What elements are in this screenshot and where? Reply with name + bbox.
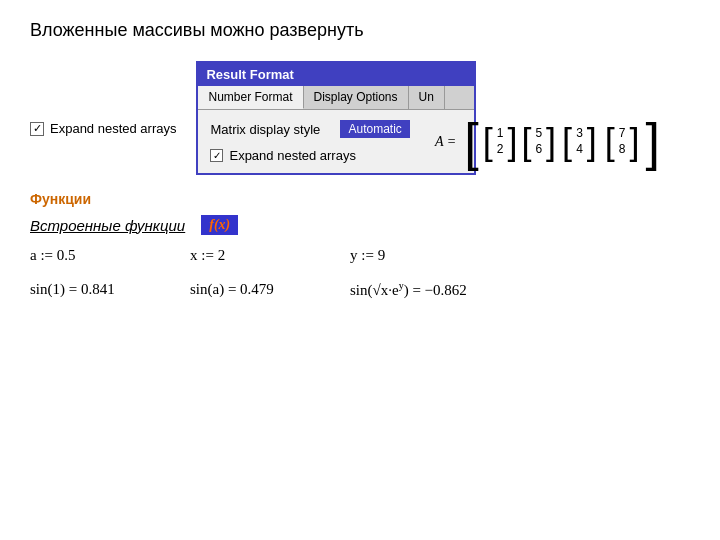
outer-bracket-right: ]: [646, 116, 660, 168]
outer-col3: [ 3 4 ]: [562, 124, 597, 160]
cell-2-1: 2: [497, 142, 504, 158]
expand-nested-checkbox-standalone[interactable]: ✓: [30, 122, 44, 136]
expr-sincomplex: sin(√x·ey) = −0.862: [350, 280, 510, 299]
expr-a: a := 0.5: [30, 247, 150, 264]
math-row-1: a := 0.5 x := 2 y := 9: [30, 247, 690, 264]
matrix-display: A = [ [ 1 2 ] [ 5 6: [435, 116, 660, 168]
inner-bracket-left-3: [: [562, 124, 572, 160]
functions-label: Функции: [30, 191, 690, 207]
inner-bracket-left-1: [: [483, 124, 493, 160]
col1-values: 1 2: [497, 126, 504, 157]
tab-un[interactable]: Un: [409, 86, 445, 109]
cell-1-1: 1: [497, 126, 504, 142]
matrix-eq-label: A =: [435, 134, 456, 150]
inner-bracket-left-4: [: [605, 124, 615, 160]
cell-3-1: 3: [576, 126, 583, 142]
page-container: Вложенные массивы можно развернуть ✓ Exp…: [0, 0, 720, 540]
expr-sin1: sin(1) = 0.841: [30, 281, 150, 298]
inner-bracket-left-2: [: [521, 124, 531, 160]
cell-2-2: 6: [535, 142, 542, 158]
expand-nested-standalone-label: Expand nested arrays: [50, 121, 176, 136]
outer-col4: [ 7 8 ]: [605, 124, 640, 160]
page-title: Вложенные массивы можно развернуть: [30, 20, 690, 41]
col2-values: 5 6: [535, 126, 542, 157]
expand-nested-dialog-row: ✓ Expand nested arrays: [210, 148, 462, 163]
matrix-display-dropdown[interactable]: Automatic: [340, 120, 409, 138]
expr-y: y := 9: [350, 247, 470, 264]
expand-nested-dialog-checkbox[interactable]: ✓: [210, 149, 223, 162]
nested-col2: [ 5 6 ]: [521, 124, 556, 160]
col4-values: 7 8: [619, 126, 626, 157]
inner-bracket-right-1: ]: [507, 124, 517, 160]
expand-nested-standalone: ✓ Expand nested arrays: [30, 121, 176, 136]
cell-3-2: 7: [619, 126, 626, 142]
expr-sina: sin(a) = 0.479: [190, 281, 310, 298]
functions-section: Функции Встроенные функции f(x) a := 0.5…: [30, 191, 690, 299]
nested-col3: [ 3 4 ]: [562, 124, 597, 160]
outer-bracket-left: [: [464, 116, 478, 168]
builtin-line: Встроенные функции f(x): [30, 215, 690, 235]
math-expressions: a := 0.5 x := 2 y := 9 sin(1) = 0.841 si…: [30, 247, 690, 299]
math-row-2: sin(1) = 0.841 sin(a) = 0.479 sin(√x·ey)…: [30, 280, 690, 299]
inner-bracket-right-3: ]: [587, 124, 597, 160]
tab-display-options[interactable]: Display Options: [304, 86, 409, 109]
fx-button[interactable]: f(x): [201, 215, 238, 235]
dialog-titlebar: Result Format: [198, 63, 474, 86]
cell-1-2: 5: [535, 126, 542, 142]
expand-nested-dialog-label: Expand nested arrays: [229, 148, 355, 163]
inner-bracket-right-4: ]: [630, 124, 640, 160]
dialog-body: Matrix display style Automatic ✓ Expand …: [198, 110, 474, 173]
nested-col4: [ 7 8 ]: [605, 124, 640, 160]
builtin-label: Встроенные функции: [30, 217, 185, 234]
expr-x: x := 2: [190, 247, 310, 264]
cell-4-1: 4: [576, 142, 583, 158]
dialog-tabs: Number Format Display Options Un: [198, 86, 474, 110]
matrix-display-label: Matrix display style: [210, 122, 330, 137]
matrix-display-row: Matrix display style Automatic: [210, 120, 462, 138]
cell-4-2: 8: [619, 142, 626, 158]
nested-col1: [ 1 2 ]: [483, 124, 518, 160]
inner-bracket-right-2: ]: [546, 124, 556, 160]
tab-number-format[interactable]: Number Format: [198, 86, 303, 109]
col3-values: 3 4: [576, 126, 583, 157]
matrix-section: A = [ [ 1 2 ] [ 5 6: [435, 116, 660, 168]
